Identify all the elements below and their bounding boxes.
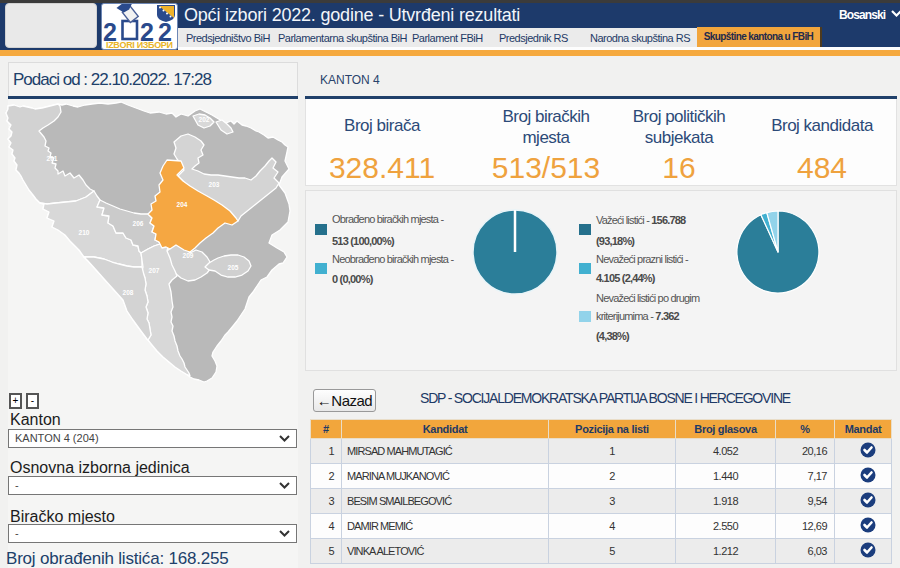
svg-text:203: 203 [209,181,220,188]
svg-text:201: 201 [47,155,58,162]
svg-text:205: 205 [228,264,239,271]
svg-text:202: 202 [199,116,210,123]
svg-text:206: 206 [133,220,144,227]
svg-text:208: 208 [123,289,134,296]
svg-text:210: 210 [79,229,90,236]
svg-text:204: 204 [177,201,188,208]
svg-text:209: 209 [183,252,194,259]
svg-text:207: 207 [149,267,160,274]
